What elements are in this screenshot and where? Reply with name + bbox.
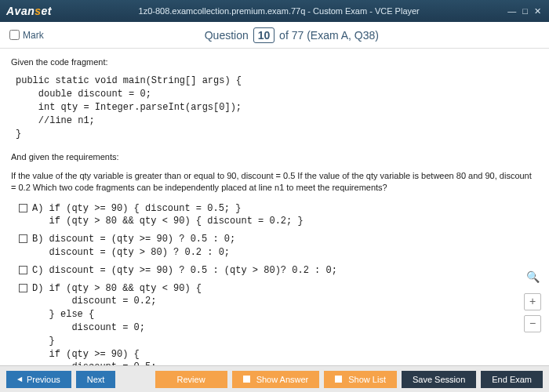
zoom-controls: 🔍 + − xyxy=(524,270,541,332)
answer-d-text: D) if (qty > 80 && qty < 90) { discount … xyxy=(32,282,202,365)
code-fragment: public static void main(String[] args) {… xyxy=(16,74,538,140)
question-number: 10 xyxy=(253,27,275,43)
answer-a-text: A) if (qty >= 90) { discount = 0.5; } if… xyxy=(32,202,304,229)
square-icon xyxy=(243,376,250,383)
question-word: Question xyxy=(205,29,249,42)
previous-button[interactable]: Previous xyxy=(6,371,71,388)
answer-option-d[interactable]: D) if (qty > 80 && qty < 90) { discount … xyxy=(19,282,538,365)
answer-option-b[interactable]: B) discount = (qty >= 90) ? 0.5 : 0; dis… xyxy=(19,233,538,260)
answer-b-text: B) discount = (qty >= 90) ? 0.5 : 0; dis… xyxy=(32,233,235,260)
answer-c-text: C) discount = (qty >= 90) ? 0.5 : (qty >… xyxy=(32,264,337,278)
intro-text: Given the code fragment: xyxy=(11,56,538,68)
show-answer-label: Show Answer xyxy=(256,375,309,384)
maximize-icon[interactable]: □ xyxy=(521,6,529,16)
save-session-button[interactable]: Save Session xyxy=(402,371,476,388)
app-logo: Avanset xyxy=(6,5,52,17)
next-button[interactable]: Next xyxy=(76,371,116,388)
show-list-label: Show List xyxy=(348,375,386,384)
question-number-display: Question 10 of 77 (Exam A, Q38) xyxy=(44,27,540,43)
mark-checkbox[interactable] xyxy=(9,30,20,40)
end-exam-label: End Exam xyxy=(492,375,532,384)
requirements-intro: And given the requirements: xyxy=(11,151,538,163)
show-answer-button[interactable]: Show Answer xyxy=(232,371,320,388)
magnifier-icon[interactable]: 🔍 xyxy=(526,270,540,285)
logo-text-pre: Avan xyxy=(6,5,35,17)
window-title: 1z0-808.examcollection.premium.exam.77q … xyxy=(52,6,506,16)
previous-label: Previous xyxy=(27,375,60,384)
mark-checkbox-wrap[interactable]: Mark xyxy=(9,30,44,41)
zoom-in-button[interactable]: + xyxy=(524,293,541,310)
zoom-out-button[interactable]: − xyxy=(524,315,541,332)
show-list-button[interactable]: Show List xyxy=(324,371,397,388)
footer-toolbar: Previous Next Review Show Answer Show Li… xyxy=(0,365,549,392)
next-label: Next xyxy=(87,375,105,384)
answer-option-a[interactable]: A) if (qty >= 90) { discount = 0.5; } if… xyxy=(19,202,538,229)
window-controls: — □ ✕ xyxy=(506,6,543,16)
question-suffix: of 77 (Exam A, Q38) xyxy=(276,29,379,42)
mark-label: Mark xyxy=(23,30,44,41)
review-label: Review xyxy=(177,375,205,384)
checkbox-d[interactable] xyxy=(19,284,27,292)
question-content: Given the code fragment: public static v… xyxy=(0,49,549,365)
logo-text-post: et xyxy=(42,5,52,17)
checkbox-c[interactable] xyxy=(19,266,27,274)
end-exam-button[interactable]: End Exam xyxy=(481,371,543,388)
checkbox-b[interactable] xyxy=(19,234,27,243)
review-button[interactable]: Review xyxy=(155,371,227,388)
answer-option-c[interactable]: C) discount = (qty >= 90) ? 0.5 : (qty >… xyxy=(19,264,538,278)
square-icon xyxy=(335,376,342,383)
requirements-text: If the value of the qty variable is grea… xyxy=(11,170,538,194)
title-bar: Avanset 1z0-808.examcollection.premium.e… xyxy=(0,0,549,22)
save-session-label: Save Session xyxy=(413,375,465,384)
checkbox-a[interactable] xyxy=(19,204,27,212)
close-icon[interactable]: ✕ xyxy=(533,6,543,16)
minimize-icon[interactable]: — xyxy=(506,6,518,16)
logo-text-mid: s xyxy=(35,5,41,17)
question-header: Mark Question 10 of 77 (Exam A, Q38) xyxy=(0,22,549,49)
